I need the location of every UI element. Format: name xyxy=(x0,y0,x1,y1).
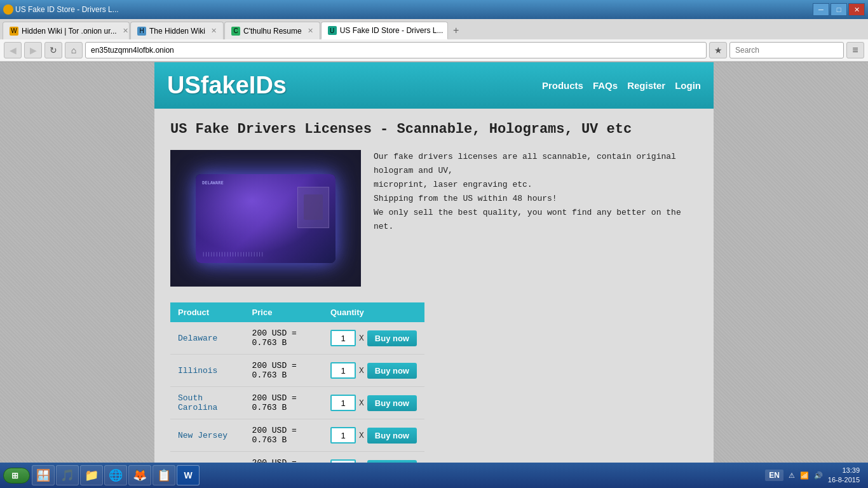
taskbar-app-clipboard[interactable]: 📋 xyxy=(153,465,175,485)
close-button[interactable]: ✕ xyxy=(848,3,865,16)
taskbar-apps: 🪟 🎵 📁 🌐 🦊 📋 W xyxy=(32,465,758,485)
nav-faqs[interactable]: FAQs xyxy=(593,80,618,91)
home-button[interactable]: ⌂ xyxy=(65,42,83,58)
browser-chrome: W Hidden Wiki | Tor .onion ur... ✕ H The… xyxy=(0,19,868,62)
taskbar-app-firefox[interactable]: 🦊 xyxy=(128,465,151,485)
volume-icon: 🔊 xyxy=(814,471,823,480)
table-row: Delaware 200 USD = 0.763 B X Buy now xyxy=(170,322,424,355)
tab-2[interactable]: H The Hidden Wiki ✕ xyxy=(130,22,224,39)
col-header-price: Price xyxy=(245,302,323,322)
cell-qty-3: X Buy now xyxy=(323,419,424,452)
buy-button-0[interactable]: Buy now xyxy=(367,330,417,346)
tab-3[interactable]: C C'thulhu Resume ✕ xyxy=(224,22,320,39)
buy-button-3[interactable]: Buy now xyxy=(367,428,417,444)
tab-4[interactable]: U US Fake ID Store - Drivers L... ✕ xyxy=(321,22,448,39)
taskbar-right: EN ⚠ 📶 🔊 13:39 16-8-2015 xyxy=(760,466,865,485)
product-description: Our fake drivers licenses are all scanna… xyxy=(374,150,698,287)
bookmark-button[interactable]: ★ xyxy=(709,42,727,58)
site-logo: USfakeIDs xyxy=(167,72,287,99)
nav-register[interactable]: Register xyxy=(627,80,665,91)
tab-1[interactable]: W Hidden Wiki | Tor .onion ur... ✕ xyxy=(3,22,130,39)
site-wrapper: USfakeIDs Products FAQs Register Login U… xyxy=(154,62,714,463)
tab-4-label: US Fake ID Store - Drivers L... xyxy=(340,26,444,35)
site-header: USfakeIDs Products FAQs Register Login xyxy=(154,62,714,109)
lang-indicator: EN xyxy=(765,470,783,481)
table-row: New Jersey 200 USD = 0.763 B X Buy now xyxy=(170,419,424,452)
title-bar-icon xyxy=(3,4,13,15)
tab-3-close[interactable]: ✕ xyxy=(308,27,313,35)
taskbar-app-chrome[interactable]: 🌐 xyxy=(104,465,127,485)
taskbar-app-folder[interactable]: 📁 xyxy=(80,465,103,485)
state-link-2[interactable]: South Carolina xyxy=(178,393,217,412)
clock-time: 13:39 xyxy=(828,466,860,475)
tab-2-favicon: H xyxy=(137,27,146,36)
maximize-button[interactable]: □ xyxy=(831,3,847,16)
minimize-button[interactable]: ─ xyxy=(813,3,829,16)
network-icon: 📶 xyxy=(800,471,809,480)
site-nav: Products FAQs Register Login xyxy=(542,80,701,91)
qty-x-3: X xyxy=(359,431,364,440)
desc-line1: Our fake drivers licenses are all scanna… xyxy=(374,150,698,178)
back-button[interactable]: ◀ xyxy=(4,42,22,58)
cell-price-4: 200 USD = 0.763 B xyxy=(245,452,323,463)
start-icon: ⊞ xyxy=(11,471,18,480)
start-button[interactable]: ⊞ xyxy=(3,468,30,484)
new-tab-button[interactable]: + xyxy=(449,23,464,38)
cell-state-1: Illinois xyxy=(170,355,245,387)
id-card-visual: DELAWARE ||||||||||||||||||||||| xyxy=(196,174,336,263)
tab-bar: W Hidden Wiki | Tor .onion ur... ✕ H The… xyxy=(0,19,868,39)
taskbar-app-windows[interactable]: 🪟 xyxy=(32,465,55,485)
col-header-quantity: Quantity xyxy=(323,302,424,322)
table-row: South Carolina 200 USD = 0.763 B X Buy n… xyxy=(170,387,424,419)
tab-3-favicon: C xyxy=(231,27,240,36)
id-photo-placeholder xyxy=(297,187,329,228)
qty-input-3[interactable] xyxy=(330,427,356,444)
state-link-1[interactable]: Illinois xyxy=(178,366,217,376)
cell-state-4: Colorado xyxy=(170,452,245,463)
id-barcode-placeholder: ||||||||||||||||||||||| xyxy=(202,252,264,257)
nav-products[interactable]: Products xyxy=(542,80,583,91)
tab-1-close[interactable]: ✕ xyxy=(123,27,128,35)
buy-button-2[interactable]: Buy now xyxy=(367,395,417,411)
state-link-3[interactable]: New Jersey xyxy=(178,431,227,440)
tab-2-close[interactable]: ✕ xyxy=(211,27,217,35)
product-image: DELAWARE ||||||||||||||||||||||| xyxy=(170,150,361,287)
cell-state-0: Delaware xyxy=(170,322,245,355)
id-state-text: DELAWARE xyxy=(202,180,224,186)
menu-button[interactable]: ≡ xyxy=(846,42,864,58)
page-title: US Fake Drivers Licenses - Scannable, Ho… xyxy=(170,121,698,137)
title-bar-controls: ─ □ ✕ xyxy=(813,3,865,16)
reload-button[interactable]: ↻ xyxy=(44,42,62,58)
tab-2-label: The Hidden Wiki xyxy=(149,27,205,36)
col-header-product: Product xyxy=(170,302,245,322)
desc-line2: microprint, laser engraving etc. xyxy=(374,178,698,192)
product-table: Product Price Quantity Delaware 200 USD … xyxy=(170,302,424,463)
taskbar-app-music[interactable]: 🎵 xyxy=(56,465,79,485)
taskbar-clock: 13:39 16-8-2015 xyxy=(828,466,860,485)
content-area: DELAWARE ||||||||||||||||||||||| Our fak… xyxy=(170,150,698,287)
page-content: USfakeIDs Products FAQs Register Login U… xyxy=(0,62,868,463)
taskbar-app-word[interactable]: W xyxy=(177,465,200,485)
qty-input-2[interactable] xyxy=(330,395,356,411)
tab-3-label: C'thulhu Resume xyxy=(243,27,302,36)
cell-price-0: 200 USD = 0.763 B xyxy=(245,322,323,355)
cell-price-1: 200 USD = 0.763 B xyxy=(245,355,323,387)
qty-x-0: X xyxy=(359,334,364,343)
cell-price-2: 200 USD = 0.763 B xyxy=(245,387,323,419)
desc-line4: We only sell the best quality, you wont … xyxy=(374,206,698,234)
buy-button-1[interactable]: Buy now xyxy=(367,363,417,379)
tab-1-label: Hidden Wiki | Tor .onion ur... xyxy=(22,27,117,36)
qty-input-1[interactable] xyxy=(330,362,356,379)
title-bar-text: US Fake ID Store - Drivers L... xyxy=(15,5,119,14)
nav-login[interactable]: Login xyxy=(675,80,701,91)
page-body: US Fake Drivers Licenses - Scannable, Ho… xyxy=(154,109,714,463)
search-input[interactable] xyxy=(729,42,844,58)
table-row: Illinois 200 USD = 0.763 B X Buy now xyxy=(170,355,424,387)
address-bar[interactable] xyxy=(85,42,707,58)
state-link-0[interactable]: Delaware xyxy=(178,334,217,343)
cell-qty-0: X Buy now xyxy=(323,322,424,355)
id-photo-shape xyxy=(304,194,323,220)
qty-input-0[interactable] xyxy=(330,330,356,346)
tab-1-favicon: W xyxy=(10,27,18,36)
forward-button[interactable]: ▶ xyxy=(24,42,42,58)
